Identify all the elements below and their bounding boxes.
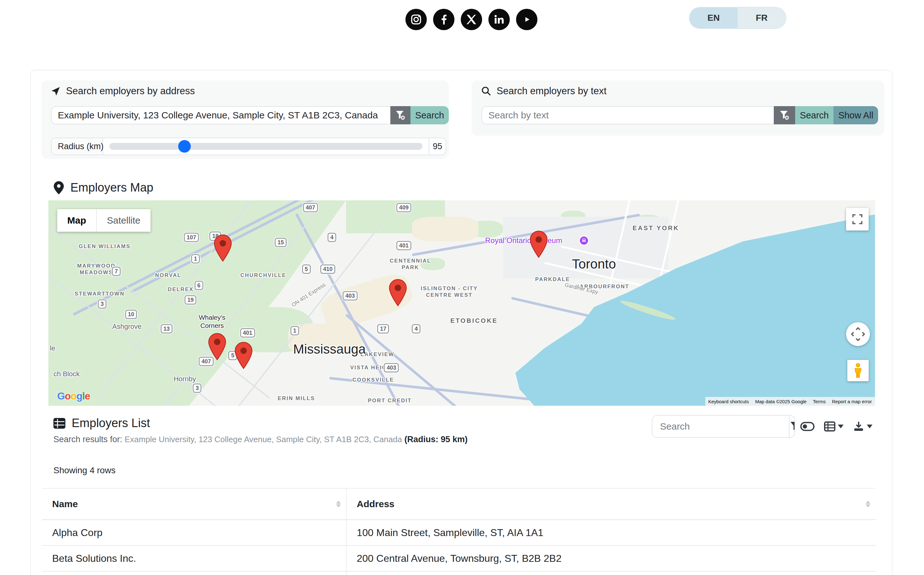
route-shield: 401: [240, 328, 255, 338]
map-type-control: Map Satellite: [57, 209, 151, 232]
map-label: Gardiner Expy: [564, 282, 599, 296]
employer-map-marker[interactable]: [213, 234, 232, 262]
map-view-button[interactable]: Map: [57, 209, 96, 232]
route-shield: 403: [343, 291, 358, 300]
columns-icon: [824, 421, 835, 432]
map-label: HARBOURFRONT: [575, 283, 629, 290]
text-search-button[interactable]: Search: [795, 106, 833, 124]
navigation-icon: [51, 86, 61, 96]
employers-map[interactable]: GLEN WILLIAMSMARYWOOD MEADOWSNORVALDELRE…: [48, 200, 875, 406]
show-all-button[interactable]: Show All: [833, 106, 878, 124]
results-query: Example University, 123 College Avenue, …: [125, 435, 402, 444]
map-label: PORT CREDIT: [368, 397, 412, 404]
route-shield: 17: [377, 324, 389, 334]
route-shield: 407: [303, 203, 318, 212]
map-label: Ashgrove: [112, 322, 142, 331]
address-search-button[interactable]: Search: [411, 106, 449, 124]
text-search-panel: Search employers by text Search Show All: [472, 80, 884, 136]
route-shield: 1: [290, 326, 299, 335]
attribution-item[interactable]: Terms: [809, 399, 829, 404]
route-shield: 403: [384, 363, 399, 372]
map-label: GLEN WILLIAMS: [78, 243, 131, 250]
text-search-title: Search employers by text: [481, 86, 607, 97]
download-icon: [853, 421, 864, 432]
text-search-input[interactable]: [481, 106, 774, 124]
employers-map-heading: Employers Map: [53, 181, 153, 194]
sort-icon[interactable]: [336, 500, 341, 507]
employer-map-marker[interactable]: [234, 342, 253, 369]
table-row: [42, 571, 876, 575]
toggle-icon: [800, 422, 815, 431]
radius-slider[interactable]: [103, 138, 429, 154]
column-header-address[interactable]: Address: [346, 488, 876, 520]
museum-poi-icon[interactable]: 🏛: [579, 235, 589, 246]
radius-label: Radius (km): [51, 138, 103, 154]
fullscreen-button[interactable]: [846, 208, 869, 230]
map-label: Mississauga: [293, 341, 366, 358]
pegman-icon: [854, 363, 862, 378]
map-label: DELREX: [168, 286, 194, 293]
radius-control: Radius (km) 95: [51, 138, 446, 155]
attribution-item: Map data ©2025 Google: [752, 399, 810, 404]
x-twitter-icon[interactable]: [461, 9, 482, 30]
radius-slider-thumb[interactable]: [178, 140, 191, 152]
address-input[interactable]: [51, 106, 390, 124]
lang-en-button[interactable]: EN: [690, 8, 738, 28]
lang-fr-button[interactable]: FR: [738, 8, 786, 28]
top-bar: EN FR: [0, 0, 924, 41]
map-label: STEWARTTOWN: [75, 291, 125, 297]
filter-x-icon: [790, 421, 795, 432]
route-shield: 15: [275, 238, 287, 247]
table-cell: Alpha Corp: [42, 520, 346, 545]
map-label: MARYWOOD MEADOWS: [77, 262, 116, 276]
page: EN FR Search employers by address Search…: [0, 0, 924, 575]
route-shield: 409: [396, 203, 411, 212]
text-clear-filter-button[interactable]: [774, 106, 795, 124]
route-shield: 6: [194, 281, 203, 290]
youtube-icon[interactable]: [516, 9, 537, 30]
fullscreen-icon: [852, 214, 862, 224]
toggle-pagination-button[interactable]: [800, 422, 815, 431]
attribution-item[interactable]: Report a map error: [829, 399, 875, 404]
employer-map-marker[interactable]: [208, 333, 226, 361]
linkedin-icon[interactable]: [488, 9, 510, 30]
map-label: COOKSVILLE: [352, 377, 394, 383]
column-header-name[interactable]: Name: [42, 488, 346, 520]
toronto-islands: [619, 298, 676, 322]
lake-ontario: [48, 200, 875, 406]
address-clear-filter-button[interactable]: [390, 106, 411, 124]
filter-x-icon: [779, 110, 790, 121]
map-pin-icon: [53, 181, 64, 194]
facebook-icon[interactable]: [433, 9, 454, 30]
map-attribution: Keyboard shortcutsMap data ©2025 GoogleT…: [705, 397, 875, 406]
address-search-panel: Search employers by address Search Radiu…: [41, 80, 449, 159]
export-button[interactable]: [853, 421, 873, 432]
table-search-input[interactable]: [652, 416, 789, 437]
map-label: NORVAL: [155, 272, 182, 278]
poi-label[interactable]: Royal Ontario Museum: [485, 236, 562, 245]
search-results-summary: Search results for: Example University, …: [53, 435, 468, 444]
columns-button[interactable]: [824, 421, 844, 432]
map-label: CENTENNIAL PARK: [390, 257, 431, 271]
map-label: Whaley's Corners: [199, 313, 225, 330]
instagram-icon[interactable]: [405, 9, 427, 30]
employers-list-heading: Employers List: [53, 416, 150, 430]
table-clear-filter-button[interactable]: [789, 416, 795, 437]
address-search-title: Search employers by address: [51, 86, 195, 97]
table-row: Alpha Corp100 Main Street, Sampleville, …: [42, 520, 876, 545]
map-label: ch Block: [53, 370, 80, 378]
table-cell: [346, 571, 876, 575]
pan-control[interactable]: [846, 322, 870, 346]
attribution-item[interactable]: Keyboard shortcuts: [705, 399, 752, 404]
results-radius: (Radius: 95 km): [405, 435, 468, 444]
employer-map-marker[interactable]: [529, 230, 548, 258]
sort-icon[interactable]: [865, 500, 871, 507]
table-row: Beta Solutions Inc.200 Central Avenue, T…: [42, 545, 876, 571]
map-label: ISLINGTON - CITY CENTRE WEST: [421, 285, 478, 299]
pegman-button[interactable]: [847, 360, 869, 381]
google-logo[interactable]: Google: [57, 390, 90, 402]
employer-map-marker[interactable]: [389, 279, 407, 307]
map-label: ERIN MILLS: [278, 395, 315, 402]
radius-slider-track[interactable]: [109, 143, 422, 150]
satellite-view-button[interactable]: Satellite: [96, 209, 151, 232]
